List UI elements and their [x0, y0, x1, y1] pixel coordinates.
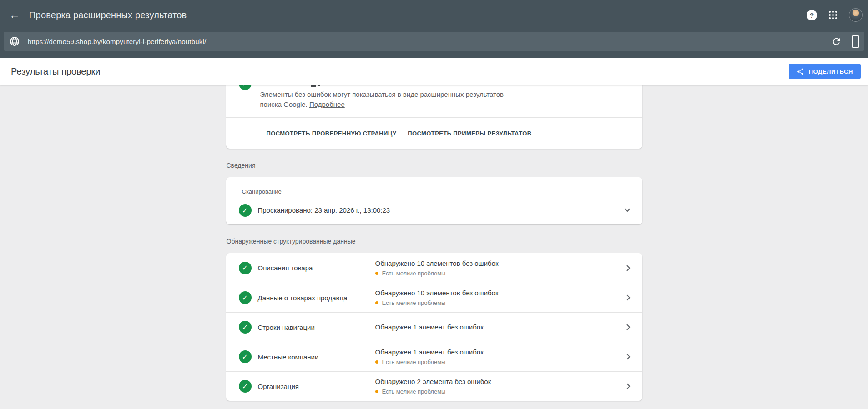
structured-data-row[interactable]: ✓ Местные компании Обнаружен 1 элемент б…: [226, 342, 642, 371]
structured-data-status: Обнаружено 2 элемента без ошибок Есть ме…: [375, 378, 491, 395]
status-text: Обнаружен 1 элемент без ошибок: [375, 348, 484, 356]
structured-data-type: Строки навигации: [258, 324, 363, 331]
success-check-icon: ✓: [239, 350, 252, 363]
success-check-icon: ✓: [239, 85, 252, 90]
result-header-bar: Результаты проверки ПОДЕЛИТЬСЯ: [0, 58, 868, 85]
success-check-icon: ✓: [239, 204, 252, 217]
structured-data-list: ✓ Описания товара Обнаружено 10 элементо…: [226, 253, 642, 401]
structured-data-type: Данные о товарах продавца: [258, 294, 363, 302]
url-bar[interactable]: https://demo59.shop.by/kompyuteryi-i-per…: [4, 32, 864, 51]
content-area[interactable]: ✓ Элементы без ошибок могут показываться…: [0, 85, 868, 409]
crawl-status-text: Просканировано: 23 апр. 2026 г., 13:00:2…: [258, 206, 390, 214]
details-section-label: Сведения: [227, 162, 642, 169]
summary-card: ✓ Элементы без ошибок могут показываться…: [226, 85, 642, 149]
chevron-down-icon[interactable]: [624, 208, 631, 212]
apps-grid-icon[interactable]: [828, 10, 838, 20]
back-button[interactable]: ←: [5, 6, 24, 24]
clipped-text-fragment: [311, 85, 316, 87]
chevron-right-icon[interactable]: [626, 294, 631, 301]
view-tested-page-button[interactable]: ПОСМОТРЕТЬ ПРОВЕРЕННУЮ СТРАНИЦУ: [267, 130, 397, 137]
structured-data-section-label: Обнаруженные структурированные данные: [227, 238, 642, 245]
status-text: Обнаружен 1 элемент без ошибок: [375, 323, 484, 331]
success-check-icon: ✓: [239, 321, 252, 334]
warning-text: Есть мелкие проблемы: [382, 270, 446, 277]
warning-line: Есть мелкие проблемы: [375, 359, 484, 365]
structured-data-type: Организация: [258, 383, 363, 390]
status-text: Обнаружено 10 элементов без ошибок: [375, 259, 499, 268]
warning-dot-icon: [375, 390, 378, 393]
chevron-right-icon[interactable]: [626, 353, 631, 360]
structured-data-row[interactable]: ✓ Данные о товарах продавца Обнаружено 1…: [226, 283, 642, 312]
structured-data-status: Обнаружено 10 элементов без ошибок Есть …: [375, 259, 499, 277]
structured-data-status: Обнаружен 1 элемент без ошибок: [375, 323, 484, 331]
inspected-url[interactable]: https://demo59.shop.by/kompyuteryi-i-per…: [28, 38, 831, 45]
refresh-icon[interactable]: [831, 36, 842, 47]
structured-data-type: Местные компании: [258, 353, 363, 361]
summary-description-text: Элементы без ошибок могут показываться в…: [260, 90, 504, 108]
structured-data-row[interactable]: ✓ Организация Обнаружено 2 элемента без …: [226, 371, 642, 401]
structured-data-status: Обнаружен 1 элемент без ошибок Есть мелк…: [375, 348, 484, 365]
warning-dot-icon: [375, 360, 378, 364]
top-app-bar-row: ← Проверка расширенных результатов ?: [0, 0, 868, 30]
clipped-text-fragment: [318, 85, 320, 86]
avatar[interactable]: [849, 8, 863, 22]
structured-data-status: Обнаружено 10 элементов без ошибок Есть …: [375, 289, 499, 306]
status-text: Обнаружено 10 элементов без ошибок: [375, 289, 499, 297]
mobile-device-icon[interactable]: [852, 35, 859, 48]
help-icon[interactable]: ?: [807, 10, 817, 20]
crawl-card: Сканирование ✓ Просканировано: 23 апр. 2…: [226, 177, 642, 224]
warning-text: Есть мелкие проблемы: [382, 299, 446, 306]
success-check-icon: ✓: [239, 291, 252, 304]
share-button-label: ПОДЕЛИТЬСЯ: [809, 68, 853, 75]
warning-text: Есть мелкие проблемы: [382, 388, 446, 395]
warning-line: Есть мелкие проблемы: [375, 270, 499, 277]
warning-line: Есть мелкие проблемы: [375, 388, 491, 395]
warning-dot-icon: [375, 272, 378, 275]
top-bar-actions: ?: [807, 8, 868, 22]
status-text: Обнаружено 2 элемента без ошибок: [375, 378, 491, 386]
summary-description: Элементы без ошибок могут показываться в…: [260, 90, 522, 110]
chevron-right-icon[interactable]: [626, 324, 631, 331]
share-button[interactable]: ПОДЕЛИТЬСЯ: [789, 64, 861, 79]
chevron-right-icon[interactable]: [626, 383, 631, 390]
globe-icon: [9, 36, 20, 47]
warning-dot-icon: [375, 301, 378, 304]
success-check-icon: ✓: [239, 262, 252, 274]
url-bar-actions: [831, 35, 864, 48]
rich-results-test-app: ← Проверка расширенных результатов ?: [0, 0, 868, 409]
top-app-bar: ← Проверка расширенных результатов ?: [0, 0, 868, 58]
app-title: Проверка расширенных результатов: [29, 10, 187, 20]
view-result-examples-button[interactable]: ПОСМОТРЕТЬ ПРИМЕРЫ РЕЗУЛЬТАТОВ: [408, 130, 531, 137]
structured-data-type: Описания товара: [258, 264, 363, 272]
structured-data-row[interactable]: ✓ Строки навигации Обнаружен 1 элемент б…: [226, 312, 642, 342]
share-icon: [797, 68, 804, 75]
success-check-icon: ✓: [239, 380, 252, 393]
learn-more-link[interactable]: Подробнее: [309, 100, 345, 108]
crawl-group-label: Сканирование: [242, 188, 282, 195]
content-container: ✓ Элементы без ошибок могут показываться…: [226, 85, 642, 401]
chevron-right-icon[interactable]: [626, 264, 631, 272]
summary-actions-row: ПОСМОТРЕТЬ ПРОВЕРЕННУЮ СТРАНИЦУ ПОСМОТРЕ…: [267, 118, 642, 149]
warning-text: Есть мелкие проблемы: [382, 359, 446, 365]
warning-line: Есть мелкие проблемы: [375, 299, 499, 306]
structured-data-row[interactable]: ✓ Описания товара Обнаружено 10 элементо…: [226, 253, 642, 283]
result-title: Результаты проверки: [11, 66, 101, 77]
